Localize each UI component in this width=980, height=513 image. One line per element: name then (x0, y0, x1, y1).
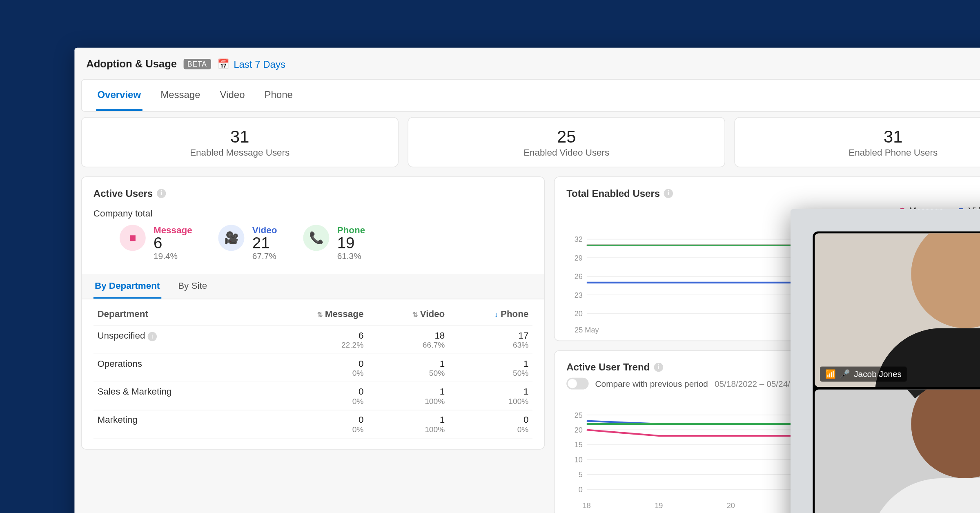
submit-idea-link[interactable]: 💡 Submit Idea (978, 58, 980, 70)
svg-text:20: 20 (727, 502, 735, 509)
col-phone[interactable]: ↓Phone (449, 302, 532, 326)
dept-name: Operations (94, 354, 258, 382)
svg-text:23: 23 (575, 291, 583, 299)
enabled-stats-row: 31 Enabled Message Users 25 Enabled Vide… (81, 117, 980, 167)
table-row[interactable]: Marketing00%1100%00% (94, 410, 532, 438)
vid-p: 66.7% (372, 341, 445, 350)
enabled-video-card[interactable]: 25 Enabled Video Users (408, 117, 725, 167)
active-video-value: 21 (252, 235, 277, 251)
msg-n: 0 (262, 358, 363, 369)
participant-name-tag: 📶🎤Jacob Jones (820, 367, 907, 382)
enabled-phone-card[interactable]: 31 Enabled Phone Users (734, 117, 980, 167)
msg-n: 6 (262, 330, 363, 341)
video-tile[interactable]: 📶🎤Jacob Jones (815, 233, 980, 387)
msg-p: 0% (262, 425, 363, 434)
enabled-message-label: Enabled Message Users (82, 147, 398, 158)
info-icon[interactable]: i (654, 362, 663, 371)
svg-text:25 May: 25 May (575, 326, 599, 334)
dept-name: Marketing (94, 410, 258, 438)
enabled-video-label: Enabled Video Users (408, 147, 724, 158)
vid-p: 100% (372, 425, 445, 434)
date-range-label: Last 7 Days (234, 58, 285, 69)
svg-text:25: 25 (575, 411, 583, 419)
department-table: Department ⇅Message ⇅Video ↓Phone Unspec… (94, 302, 532, 438)
phn-n: 1 (453, 358, 529, 369)
active-users-title-text: Active Users (94, 187, 153, 199)
signal-icon: 📶 (825, 369, 836, 379)
svg-text:15: 15 (575, 441, 583, 449)
tab-video[interactable]: Video (218, 80, 246, 111)
lightbulb-icon: 💡 (978, 58, 980, 70)
msg-n: 0 (262, 414, 363, 425)
svg-text:18: 18 (583, 502, 591, 509)
enabled-video-value: 25 (408, 127, 724, 147)
svg-text:19: 19 (655, 502, 663, 509)
svg-text:29: 29 (575, 254, 583, 262)
video-tile[interactable]: 📶🎤Sara Bennett (815, 390, 980, 513)
col-department[interactable]: Department (94, 302, 258, 326)
participant-name: Jacob Jones (854, 369, 902, 379)
msg-p: 0% (262, 397, 363, 406)
enabled-phone-value: 31 (735, 127, 980, 147)
date-range-picker[interactable]: 📅 Last 7 Days (217, 58, 285, 70)
phn-p: 50% (453, 368, 529, 377)
active-users-title: Active Users i (94, 187, 532, 199)
phn-p: 63% (453, 341, 529, 350)
compare-toggle[interactable] (566, 378, 588, 390)
company-total-label: Company total (94, 208, 532, 219)
svg-text:5: 5 (579, 471, 583, 479)
col-message[interactable]: ⇅Message (258, 302, 368, 326)
sort-icon: ⇅ (317, 311, 323, 319)
sort-icon: ⇅ (412, 311, 418, 319)
enabled-phone-label: Enabled Phone Users (735, 147, 980, 158)
active-message-value: 6 (154, 235, 192, 251)
table-row[interactable]: Sales & Marketing00%1100%1100% (94, 382, 532, 410)
total-enabled-title-text: Total Enabled Users (566, 187, 660, 199)
active-phone-value: 19 (337, 235, 365, 251)
phn-n: 0 (453, 414, 529, 425)
svg-text:32: 32 (575, 235, 583, 243)
dept-name: Unspecified i (94, 326, 258, 354)
trend-title-text: Active User Trend (566, 361, 650, 372)
total-enabled-title: Total Enabled Users i (566, 187, 980, 199)
phn-p: 100% (453, 397, 529, 406)
beta-badge: BETA (183, 59, 211, 69)
svg-text:20: 20 (575, 426, 583, 434)
active-phone-pct: 61.3% (337, 251, 365, 261)
tab-by-department[interactable]: By Department (94, 274, 161, 299)
tab-overview[interactable]: Overview (96, 80, 142, 111)
info-icon[interactable]: i (664, 189, 673, 198)
svg-text:10: 10 (575, 456, 583, 464)
svg-text:20: 20 (575, 310, 583, 318)
tab-by-site[interactable]: By Site (177, 274, 208, 299)
vid-n: 18 (372, 330, 445, 341)
svg-text:0: 0 (579, 486, 583, 494)
mic-icon: 🎤 (840, 369, 850, 379)
vid-n: 1 (372, 358, 445, 369)
vid-p: 100% (372, 397, 445, 406)
active-message-pct: 19.4% (154, 251, 192, 261)
table-row[interactable]: Unspecified i622.2%1866.7%1763% (94, 326, 532, 354)
tab-message[interactable]: Message (159, 80, 202, 111)
dashboard-header: Adoption & Usage BETA 📅 Last 7 Days 💡 Su… (81, 56, 980, 79)
tab-phone[interactable]: Phone (263, 80, 294, 111)
calendar-icon: 📅 (217, 58, 229, 70)
video-meeting-window: 📶🎤Jacob Jones 📶🎤Jenny Wilson 📶🎤Sara Benn… (791, 209, 980, 513)
phone-icon: 📞 (303, 225, 329, 251)
page-title: Adoption & Usage (86, 58, 177, 70)
video-grid: 📶🎤Jacob Jones 📶🎤Jenny Wilson 📶🎤Sara Benn… (813, 231, 980, 513)
info-icon[interactable]: i (157, 189, 166, 198)
msg-p: 22.2% (262, 341, 363, 350)
vid-n: 1 (372, 414, 445, 425)
phn-n: 17 (453, 330, 529, 341)
vid-p: 50% (372, 368, 445, 377)
col-video[interactable]: ⇅Video (368, 302, 449, 326)
svg-text:26: 26 (575, 272, 583, 281)
enabled-message-value: 31 (82, 127, 398, 147)
sort-down-icon: ↓ (495, 311, 498, 319)
enabled-message-card[interactable]: 31 Enabled Message Users (81, 117, 399, 167)
table-row[interactable]: Operations00%150%150% (94, 354, 532, 382)
msg-p: 0% (262, 368, 363, 377)
info-icon[interactable]: i (148, 332, 157, 341)
message-icon: ■ (120, 225, 146, 251)
